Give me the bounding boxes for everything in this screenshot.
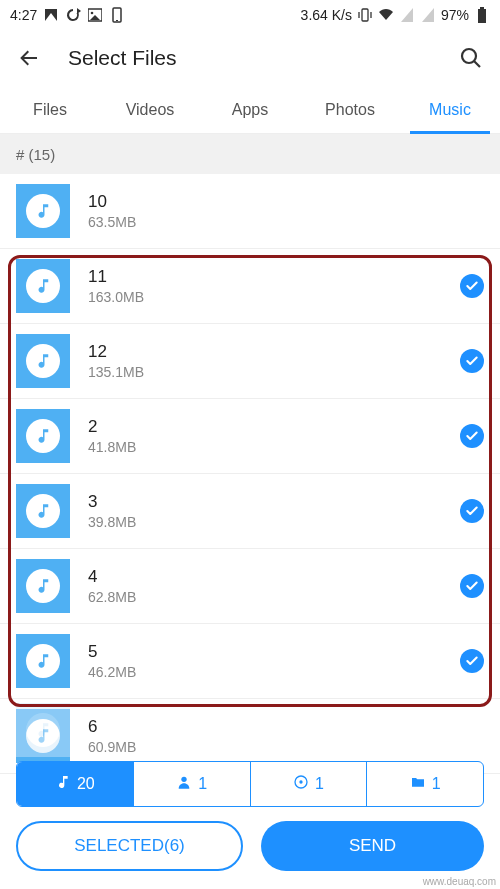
selected-check-icon (460, 649, 484, 673)
filter-count: 20 (77, 775, 95, 793)
tab-label: Music (429, 101, 471, 119)
file-info: 339.8MB (88, 492, 460, 530)
filter-albums[interactable]: 1 (251, 762, 368, 806)
svg-point-15 (182, 777, 187, 782)
svg-point-4 (91, 12, 94, 15)
tab-label: Files (33, 101, 67, 119)
tab-videos[interactable]: Videos (100, 86, 200, 133)
status-sim2-icon (420, 7, 436, 23)
list-item[interactable]: 11163.0MB (0, 249, 500, 324)
status-bar: 4:27 3.64 K/s 97% (0, 0, 500, 30)
file-info: 1063.5MB (88, 192, 484, 230)
svg-rect-6 (113, 8, 121, 22)
filter-bar: 20 1 1 1 (16, 761, 484, 807)
file-size: 63.5MB (88, 214, 484, 230)
music-note-icon (26, 344, 60, 378)
file-info: 12135.1MB (88, 342, 460, 380)
folder-icon (410, 774, 426, 794)
send-label: SEND (349, 836, 396, 856)
file-name: 11 (88, 267, 460, 287)
file-name: 2 (88, 417, 460, 437)
person-icon (176, 774, 192, 794)
file-size: 60.9MB (88, 739, 484, 755)
filter-songs[interactable]: 20 (17, 762, 134, 806)
status-wifi-icon (378, 7, 394, 23)
file-info: 11163.0MB (88, 267, 460, 305)
file-name: 4 (88, 567, 460, 587)
tab-photos[interactable]: Photos (300, 86, 400, 133)
tab-music[interactable]: Music (400, 86, 500, 133)
list-item[interactable]: 339.8MB (0, 474, 500, 549)
list-item[interactable]: 1063.5MB (0, 174, 500, 249)
back-button[interactable] (16, 45, 42, 71)
tab-label: Photos (325, 101, 375, 119)
list-item[interactable]: 241.8MB (0, 399, 500, 474)
status-sync-icon (65, 7, 81, 23)
tab-apps[interactable]: Apps (200, 86, 300, 133)
status-battery-text: 97% (441, 7, 469, 23)
svg-marker-9 (401, 8, 413, 22)
file-name: 5 (88, 642, 460, 662)
music-note-icon (26, 644, 60, 678)
filter-folders[interactable]: 1 (367, 762, 483, 806)
svg-point-17 (299, 780, 302, 783)
music-note-icon (26, 194, 60, 228)
music-thumbnail (16, 409, 70, 463)
music-thumbnail (16, 184, 70, 238)
svg-rect-8 (362, 9, 368, 21)
filter-count: 1 (315, 775, 324, 793)
music-thumbnail (16, 484, 70, 538)
svg-rect-12 (478, 9, 486, 23)
status-network-speed: 3.64 K/s (301, 7, 352, 23)
file-size: 46.2MB (88, 664, 460, 680)
selected-check-icon (460, 424, 484, 448)
music-note-icon (26, 419, 60, 453)
file-info: 462.8MB (88, 567, 460, 605)
file-name: 10 (88, 192, 484, 212)
search-button[interactable] (458, 45, 484, 71)
list-item-ghost (16, 703, 88, 757)
page-title: Select Files (68, 46, 432, 70)
music-note-icon (26, 269, 60, 303)
tab-label: Apps (232, 101, 268, 119)
svg-point-13 (462, 49, 476, 63)
status-app-icon (43, 7, 59, 23)
svg-marker-2 (77, 8, 81, 14)
music-note-icon (55, 774, 71, 794)
status-phone-icon (109, 7, 125, 23)
selected-button[interactable]: SELECTED(6) (16, 821, 243, 871)
bottom-bar: SELECTED(6) SEND (16, 821, 484, 871)
file-name: 3 (88, 492, 460, 512)
svg-rect-11 (480, 7, 484, 9)
filter-artists[interactable]: 1 (134, 762, 251, 806)
tab-files[interactable]: Files (0, 86, 100, 133)
svg-marker-5 (90, 15, 100, 20)
music-thumbnail (16, 334, 70, 388)
disc-icon (293, 774, 309, 794)
file-info: 241.8MB (88, 417, 460, 455)
file-list: 1063.5MB11163.0MB12135.1MB241.8MB339.8MB… (0, 174, 500, 774)
tabs: Files Videos Apps Photos Music (0, 86, 500, 134)
status-sim1-icon (399, 7, 415, 23)
file-name: 12 (88, 342, 460, 362)
file-info: 660.9MB (88, 717, 484, 755)
selected-label: SELECTED(6) (74, 836, 185, 856)
tab-label: Videos (126, 101, 175, 119)
list-item[interactable]: 12135.1MB (0, 324, 500, 399)
music-note-icon (26, 494, 60, 528)
file-size: 62.8MB (88, 589, 460, 605)
filter-count: 1 (432, 775, 441, 793)
list-item[interactable]: 462.8MB (0, 549, 500, 624)
section-header[interactable]: # (15) (0, 134, 500, 174)
svg-marker-10 (422, 8, 434, 22)
file-info: 546.2MB (88, 642, 460, 680)
file-size: 163.0MB (88, 289, 460, 305)
selected-check-icon (460, 499, 484, 523)
status-time: 4:27 (10, 7, 37, 23)
music-note-icon (26, 569, 60, 603)
music-thumbnail (16, 259, 70, 313)
app-bar: Select Files (0, 30, 500, 86)
send-button[interactable]: SEND (261, 821, 484, 871)
list-item[interactable]: 546.2MB (0, 624, 500, 699)
svg-rect-7 (116, 20, 118, 21)
